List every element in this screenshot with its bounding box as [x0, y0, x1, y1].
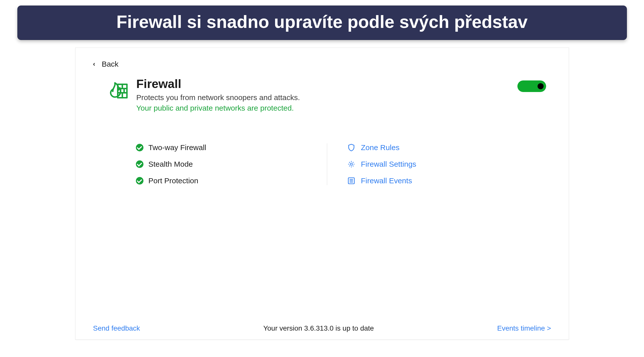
firewall-settings-link[interactable]: Firewall Settings	[347, 160, 518, 168]
feature-item: Port Protection	[136, 176, 307, 185]
firewall-events-link[interactable]: Firewall Events	[347, 176, 518, 185]
chevron-left-icon: ‹	[93, 60, 95, 68]
feature-label: Port Protection	[148, 176, 198, 185]
panel-footer: Send feedback Your version 3.6.313.0 is …	[93, 324, 551, 332]
feature-item: Two-way Firewall	[136, 143, 307, 152]
svg-point-7	[350, 163, 353, 165]
check-icon	[136, 177, 143, 185]
back-button[interactable]: ‹ Back	[93, 60, 119, 68]
link-label: Firewall Settings	[361, 160, 416, 168]
toggle-knob	[538, 83, 544, 89]
app-panel: ‹ Back Firewall Protects you from networ…	[75, 48, 569, 340]
feature-item: Stealth Mode	[136, 160, 307, 168]
protection-status: Your public and private networks are pro…	[136, 104, 539, 112]
gear-icon	[347, 160, 355, 168]
link-label: Zone Rules	[361, 143, 399, 152]
page-subtitle: Protects you from network snoopers and a…	[136, 93, 539, 102]
send-feedback-link[interactable]: Send feedback	[93, 324, 140, 332]
version-status: Your version 3.6.313.0 is up to date	[263, 324, 374, 332]
link-label: Firewall Events	[361, 176, 412, 185]
feature-label: Two-way Firewall	[148, 143, 206, 152]
zone-rules-link[interactable]: Zone Rules	[347, 143, 518, 152]
links-list: Zone Rules Firewall Settings	[327, 143, 518, 185]
shield-outline-icon	[347, 144, 355, 152]
back-label: Back	[102, 60, 119, 68]
firewall-toggle[interactable]	[517, 80, 546, 92]
feature-label: Stealth Mode	[148, 160, 193, 168]
firewall-header: Firewall Protects you from network snoop…	[106, 78, 539, 112]
headline-banner: Firewall si snadno upravíte podle svých …	[17, 6, 627, 40]
feature-list: Two-way Firewall Stealth Mode Port Prote…	[136, 143, 327, 185]
events-timeline-link[interactable]: Events timeline >	[497, 324, 551, 332]
check-icon	[136, 144, 143, 151]
firewall-icon	[106, 78, 128, 101]
headline-text: Firewall si snadno upravíte podle svých …	[117, 12, 528, 32]
check-icon	[136, 160, 143, 168]
list-icon	[347, 177, 355, 185]
page-title: Firewall	[136, 77, 539, 91]
